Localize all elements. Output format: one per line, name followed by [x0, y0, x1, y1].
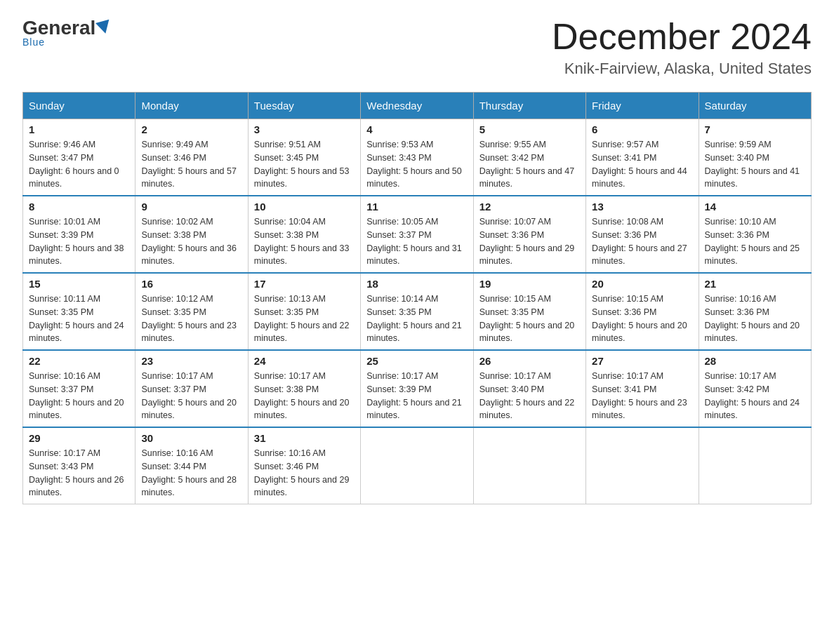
sunset-label: Sunset: 3:41 PM — [592, 153, 656, 163]
sunset-label: Sunset: 3:38 PM — [254, 384, 319, 394]
calendar-cell: 19 Sunrise: 10:15 AM Sunset: 3:35 PM Day… — [473, 273, 585, 350]
sunrise-label: Sunrise: 10:15 AM — [479, 294, 551, 304]
sunrise-label: Sunrise: 10:17 AM — [705, 371, 776, 381]
sunset-label: Sunset: 3:35 PM — [141, 307, 206, 317]
calendar-cell: 9 Sunrise: 10:02 AM Sunset: 3:38 PM Dayl… — [135, 196, 248, 273]
day-info: Sunrise: 10:17 AM Sunset: 3:38 PM Daylig… — [254, 370, 355, 422]
calendar-week-row: 1 Sunrise: 9:46 AM Sunset: 3:47 PM Dayli… — [23, 119, 812, 196]
day-number: 10 — [254, 201, 355, 213]
sunrise-label: Sunrise: 9:57 AM — [592, 140, 658, 149]
sunrise-label: Sunrise: 10:17 AM — [141, 371, 213, 381]
calendar-table: SundayMondayTuesdayWednesdayThursdayFrid… — [22, 92, 812, 504]
sunset-label: Sunset: 3:46 PM — [141, 153, 206, 163]
sunrise-label: Sunrise: 10:16 AM — [29, 371, 100, 381]
calendar-cell: 2 Sunrise: 9:49 AM Sunset: 3:46 PM Dayli… — [135, 119, 248, 196]
sunset-label: Sunset: 3:35 PM — [366, 307, 431, 317]
sunrise-label: Sunrise: 10:17 AM — [254, 371, 326, 381]
sunset-label: Sunset: 3:36 PM — [479, 230, 544, 240]
daylight-label: Daylight: 5 hours and 44 minutes. — [592, 166, 687, 189]
day-info: Sunrise: 9:53 AM Sunset: 3:43 PM Dayligh… — [366, 138, 467, 191]
day-number: 31 — [254, 432, 355, 444]
calendar-header-row: SundayMondayTuesdayWednesdayThursdayFrid… — [23, 93, 812, 119]
col-header-tuesday: Tuesday — [248, 93, 360, 119]
sunset-label: Sunset: 3:43 PM — [366, 153, 431, 163]
sunrise-label: Sunrise: 10:15 AM — [592, 294, 663, 304]
logo: General Blue — [22, 17, 111, 48]
day-info: Sunrise: 10:07 AM Sunset: 3:36 PM Daylig… — [479, 215, 580, 268]
calendar-cell: 10 Sunrise: 10:04 AM Sunset: 3:38 PM Day… — [248, 196, 360, 273]
col-header-wednesday: Wednesday — [361, 93, 473, 119]
sunset-label: Sunset: 3:40 PM — [705, 153, 769, 163]
sunrise-label: Sunrise: 10:17 AM — [479, 371, 551, 381]
day-number: 30 — [141, 432, 241, 444]
day-number: 16 — [141, 278, 241, 290]
day-info: Sunrise: 10:13 AM Sunset: 3:35 PM Daylig… — [254, 293, 355, 345]
daylight-label: Daylight: 5 hours and 50 minutes. — [366, 166, 462, 189]
daylight-label: Daylight: 5 hours and 38 minutes. — [29, 243, 124, 267]
calendar-cell: 29 Sunrise: 10:17 AM Sunset: 3:43 PM Day… — [23, 427, 135, 504]
page-header: General Blue December 2024 Knik-Fairview… — [22, 17, 812, 78]
daylight-label: Daylight: 5 hours and 41 minutes. — [705, 166, 800, 189]
day-number: 13 — [592, 201, 692, 213]
day-info: Sunrise: 10:16 AM Sunset: 3:46 PM Daylig… — [254, 447, 355, 499]
day-info: Sunrise: 10:12 AM Sunset: 3:35 PM Daylig… — [141, 293, 241, 345]
day-number: 6 — [592, 123, 692, 135]
sunrise-label: Sunrise: 9:51 AM — [254, 140, 321, 149]
day-number: 26 — [479, 355, 580, 367]
sunrise-label: Sunrise: 10:17 AM — [366, 371, 438, 381]
calendar-week-row: 15 Sunrise: 10:11 AM Sunset: 3:35 PM Day… — [23, 273, 812, 350]
calendar-cell: 18 Sunrise: 10:14 AM Sunset: 3:35 PM Day… — [361, 273, 473, 350]
col-header-sunday: Sunday — [23, 93, 135, 119]
sunset-label: Sunset: 3:41 PM — [592, 384, 656, 394]
day-info: Sunrise: 10:08 AM Sunset: 3:36 PM Daylig… — [592, 215, 692, 268]
day-number: 4 — [366, 123, 467, 135]
sunrise-label: Sunrise: 10:05 AM — [366, 217, 438, 227]
day-info: Sunrise: 10:01 AM Sunset: 3:39 PM Daylig… — [29, 215, 129, 268]
day-info: Sunrise: 10:17 AM Sunset: 3:39 PM Daylig… — [366, 370, 467, 422]
day-number: 28 — [705, 355, 805, 367]
day-info: Sunrise: 9:51 AM Sunset: 3:45 PM Dayligh… — [254, 138, 355, 191]
calendar-cell: 5 Sunrise: 9:55 AM Sunset: 3:42 PM Dayli… — [473, 119, 585, 196]
sunset-label: Sunset: 3:37 PM — [29, 384, 93, 394]
sunrise-label: Sunrise: 10:10 AM — [705, 217, 776, 227]
calendar-cell: 28 Sunrise: 10:17 AM Sunset: 3:42 PM Day… — [699, 350, 811, 427]
day-info: Sunrise: 10:10 AM Sunset: 3:36 PM Daylig… — [705, 215, 805, 268]
logo-blue-text: Blue — [22, 36, 45, 48]
day-number: 29 — [29, 432, 129, 444]
sunrise-label: Sunrise: 10:14 AM — [366, 294, 438, 304]
daylight-label: Daylight: 5 hours and 28 minutes. — [141, 475, 237, 498]
day-info: Sunrise: 10:04 AM Sunset: 3:38 PM Daylig… — [254, 215, 355, 268]
daylight-label: Daylight: 6 hours and 0 minutes. — [29, 166, 119, 189]
day-info: Sunrise: 10:15 AM Sunset: 3:35 PM Daylig… — [479, 293, 580, 345]
sunset-label: Sunset: 3:47 PM — [29, 153, 93, 163]
day-info: Sunrise: 10:16 AM Sunset: 3:36 PM Daylig… — [705, 293, 805, 345]
sunset-label: Sunset: 3:37 PM — [366, 230, 431, 240]
daylight-label: Daylight: 5 hours and 20 minutes. — [254, 398, 350, 421]
calendar-cell: 4 Sunrise: 9:53 AM Sunset: 3:43 PM Dayli… — [361, 119, 473, 196]
daylight-label: Daylight: 5 hours and 29 minutes. — [479, 243, 575, 267]
sunrise-label: Sunrise: 10:16 AM — [705, 294, 776, 304]
day-number: 8 — [29, 201, 129, 213]
calendar-cell: 7 Sunrise: 9:59 AM Sunset: 3:40 PM Dayli… — [699, 119, 811, 196]
daylight-label: Daylight: 5 hours and 22 minutes. — [254, 321, 350, 344]
calendar-cell — [473, 427, 585, 504]
sunset-label: Sunset: 3:36 PM — [705, 307, 769, 317]
day-number: 18 — [366, 278, 467, 290]
sunrise-label: Sunrise: 10:04 AM — [254, 217, 326, 227]
daylight-label: Daylight: 5 hours and 20 minutes. — [592, 321, 687, 344]
calendar-week-row: 8 Sunrise: 10:01 AM Sunset: 3:39 PM Dayl… — [23, 196, 812, 273]
calendar-cell — [361, 427, 473, 504]
day-number: 19 — [479, 278, 580, 290]
day-number: 3 — [254, 123, 355, 135]
day-number: 12 — [479, 201, 580, 213]
day-info: Sunrise: 10:17 AM Sunset: 3:40 PM Daylig… — [479, 370, 580, 422]
sunset-label: Sunset: 3:36 PM — [592, 307, 656, 317]
sunset-label: Sunset: 3:44 PM — [141, 462, 206, 471]
calendar-cell: 12 Sunrise: 10:07 AM Sunset: 3:36 PM Day… — [473, 196, 585, 273]
day-number: 21 — [705, 278, 805, 290]
calendar-cell: 20 Sunrise: 10:15 AM Sunset: 3:36 PM Day… — [586, 273, 699, 350]
calendar-cell: 1 Sunrise: 9:46 AM Sunset: 3:47 PM Dayli… — [23, 119, 135, 196]
daylight-label: Daylight: 5 hours and 24 minutes. — [705, 398, 800, 421]
calendar-cell: 11 Sunrise: 10:05 AM Sunset: 3:37 PM Day… — [361, 196, 473, 273]
daylight-label: Daylight: 5 hours and 24 minutes. — [29, 321, 124, 344]
